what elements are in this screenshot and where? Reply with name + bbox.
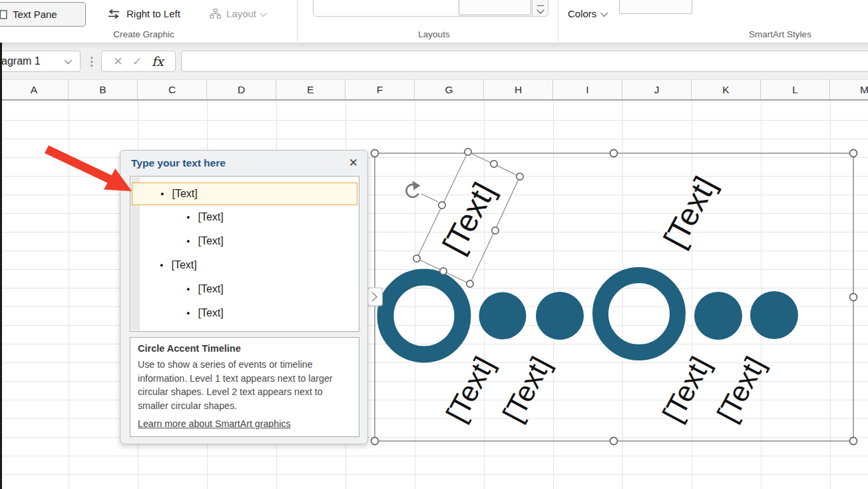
text-pane-icon xyxy=(0,10,7,19)
layouts-gallery[interactable] xyxy=(313,0,548,17)
bullet-icon: ● xyxy=(186,310,190,316)
text-pane-button[interactable]: Text Pane xyxy=(0,2,86,27)
formula-bar: agram 1 ⋮ ✕ ✓ fx xyxy=(0,43,868,79)
text-pane-item-label: [Text] xyxy=(198,211,223,223)
column-header-G[interactable]: G xyxy=(415,80,484,99)
chevron-down-icon[interactable] xyxy=(65,57,72,64)
group-divider xyxy=(297,0,298,41)
layouts-gallery-more-button[interactable] xyxy=(532,0,548,16)
column-header-I[interactable]: I xyxy=(553,80,622,99)
column-header-D[interactable]: D xyxy=(207,80,276,99)
column-header-E[interactable]: E xyxy=(276,80,345,99)
smartart-styles-gallery-cell[interactable] xyxy=(619,0,692,14)
layout-description-body: Use to show a series of events or timeli… xyxy=(138,358,351,412)
text-pane-item-label: [Text] xyxy=(198,283,223,295)
column-header-J[interactable]: J xyxy=(622,80,692,99)
layout-button-label: Layout xyxy=(226,8,256,19)
excel-window: Text Pane Right to Left Layout xyxy=(0,0,868,489)
org-chart-icon xyxy=(210,9,221,19)
column-header-C[interactable]: C xyxy=(138,80,207,99)
chevron-down-icon xyxy=(600,9,608,16)
colors-button-label: Colors xyxy=(568,8,596,19)
learn-more-link[interactable]: Learn more about SmartArt graphics xyxy=(138,418,290,429)
bullet-icon: ● xyxy=(186,238,190,244)
text-pane-window: Type your text here ✕ ●[Text]●[Text]●[Te… xyxy=(120,150,368,444)
layout-description-title: Circle Accent Timeline xyxy=(138,343,351,354)
right-to-left-button[interactable]: Right to Left xyxy=(100,2,187,25)
layouts-group-label: Layouts xyxy=(377,29,491,41)
text-pane-item[interactable]: ●[Text] xyxy=(132,183,357,205)
name-box[interactable]: agram 1 xyxy=(0,51,81,72)
text-pane-item[interactable]: ●[Text] xyxy=(132,253,357,277)
right-to-left-button-label: Right to Left xyxy=(126,8,180,19)
text-pane-list: ●[Text]●[Text]●[Text]●[Text]●[Text]●[Tex… xyxy=(130,176,359,332)
name-box-value: agram 1 xyxy=(1,55,41,67)
column-header-F[interactable]: F xyxy=(345,80,415,99)
bullet-icon: ● xyxy=(160,262,163,268)
text-pane-button-label: Text Pane xyxy=(13,9,57,20)
text-pane-item[interactable]: ●[Text] xyxy=(132,301,357,325)
layouts-gallery-cell[interactable] xyxy=(459,0,531,15)
chevron-down-icon xyxy=(260,9,267,16)
close-icon[interactable]: ✕ xyxy=(349,156,358,170)
column-header-M[interactable]: M xyxy=(830,80,868,99)
insert-function-icon[interactable]: fx xyxy=(152,54,164,69)
column-header-H[interactable]: H xyxy=(484,80,553,99)
chevron-down-icon xyxy=(537,6,544,13)
formula-input[interactable] xyxy=(181,51,868,72)
text-pane-item-label: [Text] xyxy=(172,188,197,200)
text-pane-title: Type your text here xyxy=(131,157,226,169)
column-header-A[interactable]: A xyxy=(0,80,69,99)
text-pane-item[interactable]: ●[Text] xyxy=(132,229,357,253)
cancel-icon[interactable]: ✕ xyxy=(113,55,122,69)
group-divider xyxy=(558,0,558,41)
smartart-styles-group-label: SmartArt Styles xyxy=(723,29,837,41)
enter-icon[interactable]: ✓ xyxy=(132,55,142,69)
text-pane-item-label: [Text] xyxy=(198,307,223,319)
ribbon: Text Pane Right to Left Layout xyxy=(0,0,868,43)
text-pane-item[interactable]: ●[Text] xyxy=(132,277,357,301)
text-pane-item[interactable]: ●[Text] xyxy=(132,205,357,229)
drag-handle-dots-icon[interactable]: ⋮ xyxy=(86,55,97,69)
window-left-edge xyxy=(0,43,2,489)
bullet-icon: ● xyxy=(160,191,164,197)
column-header-L[interactable]: L xyxy=(761,80,830,99)
right-to-left-icon xyxy=(107,9,121,19)
bullet-icon: ● xyxy=(186,214,190,221)
column-headers: ABCDEFGHIJKLM xyxy=(0,79,868,101)
column-header-K[interactable]: K xyxy=(692,80,761,99)
layout-description-panel: Circle Accent Timeline Use to show a ser… xyxy=(130,337,359,437)
text-pane-item-label: [Text] xyxy=(198,235,223,247)
create-graphic-group-label: Create Graphic xyxy=(87,29,201,41)
text-pane-item-label: [Text] xyxy=(171,259,196,271)
colors-button[interactable]: Colors xyxy=(561,2,614,25)
column-header-B[interactable]: B xyxy=(69,80,138,99)
layout-button[interactable]: Layout xyxy=(203,2,274,25)
bullet-icon: ● xyxy=(186,286,190,292)
formula-controls: ✕ ✓ fx xyxy=(101,51,176,72)
